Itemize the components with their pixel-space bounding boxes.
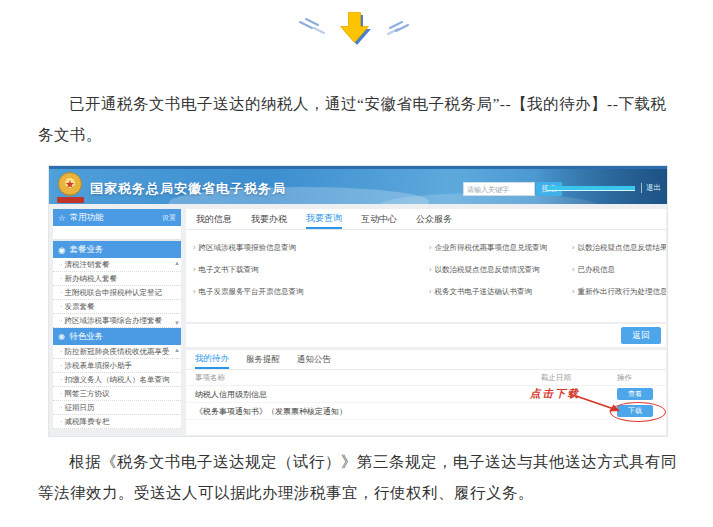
- sidebar-spacer: [53, 226, 181, 241]
- todo-item-name: 纳税人信用级别信息: [195, 389, 541, 400]
- click-download-annotation: 点击下载: [530, 387, 580, 401]
- col-action: 操作: [617, 373, 657, 383]
- sidebar-item[interactable]: ·发票套餐: [53, 300, 181, 314]
- menu-link[interactable]: ›跨区域涉税事项报验信息查询: [193, 237, 429, 259]
- legal-paragraph: 根据《税务文书电子送达规定（试行）》第三条规定，电子送达与其他送达方式具有同等法…: [38, 446, 677, 508]
- scrollbar-up-icon[interactable]: ▲: [174, 347, 180, 353]
- menu-link[interactable]: ›以数治税疑点信息反馈结果查询: [572, 237, 666, 259]
- red-circle-highlight: [610, 402, 666, 422]
- view-button[interactable]: 查看: [617, 388, 653, 400]
- todo-panel: 我的待办 服务提醒 通知公告 事项名称 截止日期 操作 纳税人信用级别信息 查看…: [186, 350, 666, 435]
- col-deadline: 截止日期: [541, 373, 617, 383]
- star-icon: ☆: [58, 213, 66, 223]
- sidebar-item[interactable]: ·清税注销套餐: [53, 258, 181, 272]
- tab-do-tax[interactable]: 我要办税: [251, 209, 287, 229]
- national-emblem-icon: ★: [58, 172, 82, 196]
- sidebar-section-featured[interactable]: ❋ 特色业务: [53, 328, 181, 345]
- section-divider: [0, 6, 713, 52]
- nav-tabs: 我的信息 我要办税 我要查询 互动中心 公众服务: [186, 209, 666, 230]
- sidebar-item[interactable]: ·新办纳税人套餐: [53, 272, 181, 286]
- main-area: 我的信息 我要办税 我要查询 互动中心 公众服务 ›跨区域涉税事项报验信息查询 …: [186, 209, 666, 435]
- col-item-name: 事项名称: [195, 373, 541, 383]
- search-input[interactable]: 请输入关键字: [463, 182, 535, 196]
- sidebar-list-packages: ·清税注销套餐 ·新办纳税人套餐 ·主附税联合申报税种认定登记 ·发票套餐 ·跨…: [53, 258, 181, 328]
- site-header: ★ 国家税务总局安徽省电子税务局 请输入关键字 搜索 退出: [49, 166, 667, 204]
- tab-interaction[interactable]: 互动中心: [361, 209, 397, 229]
- sidebar-section-title: 套餐业务: [69, 244, 103, 256]
- tab-notice[interactable]: 通知公告: [297, 350, 331, 369]
- sidebar-section-packages[interactable]: ◉ 套餐业务: [53, 241, 181, 258]
- site-title: 国家税务总局安徽省电子税务局: [90, 180, 286, 198]
- todo-table-header: 事项名称 截止日期 操作: [186, 370, 666, 386]
- sidebar-item[interactable]: ·征期日历: [53, 401, 181, 415]
- sidebar-list-featured: ·防控新冠肺炎疫情税收优惠享受 ·涉税表单填报小助手 ·扣缴义务人（纳税人）名单…: [53, 345, 181, 429]
- tab-query[interactable]: 我要查询: [306, 209, 342, 229]
- section-icon: ❋: [58, 332, 65, 342]
- sidebar-favorites-label: 常用功能: [70, 212, 104, 224]
- settings-link[interactable]: 设置: [162, 213, 176, 223]
- toolbar-strip: 返回: [186, 324, 666, 347]
- todo-item-name: 《税务事项通知书》（发票票种核定通知）: [195, 406, 541, 417]
- todo-tabs: 我的待办 服务提醒 通知公告: [186, 350, 666, 370]
- menu-link[interactable]: ›重新作出行政行为处理信息: [572, 281, 666, 303]
- sidebar-item[interactable]: ·涉税表单填报小助手: [53, 359, 181, 373]
- scrollbar-down-icon[interactable]: ▼: [174, 320, 180, 326]
- tab-my-todo[interactable]: 我的待办: [195, 350, 229, 369]
- sidebar-item[interactable]: ·网签三方协议: [53, 387, 181, 401]
- sidebar-item[interactable]: ·跨区域涉税事项综合办理套餐: [53, 314, 181, 328]
- sidebar-item[interactable]: ·减税降费专栏: [53, 415, 181, 429]
- menu-link[interactable]: ›电子发票服务平台开票信息查询: [193, 281, 429, 303]
- username-redacted-bar: [547, 186, 635, 191]
- menu-link[interactable]: ›已办税信息: [572, 259, 666, 281]
- sidebar: ☆ 常用功能 设置 ◉ 套餐业务 ·清税注销套餐 ·新办纳税人套餐 ·主附税联合…: [53, 209, 181, 429]
- query-menu-panel: 我的信息 我要办税 我要查询 互动中心 公众服务 ›跨区域涉税事项报验信息查询 …: [186, 209, 666, 322]
- tax-ribbon-icon: [57, 197, 84, 203]
- tab-my-info[interactable]: 我的信息: [196, 209, 232, 229]
- tab-service-reminder[interactable]: 服务提醒: [246, 350, 280, 369]
- menu-link[interactable]: ›税务文书电子送达确认书查询: [429, 281, 572, 303]
- menu-link-doc-download[interactable]: ›电子文书下载查询: [193, 259, 429, 281]
- etax-screenshot: ★ 国家税务总局安徽省电子税务局 请输入关键字 搜索 退出 ☆ 常用功能 设置 …: [48, 165, 668, 437]
- sidebar-item[interactable]: ·扣缴义务人（纳税人）名单查询: [53, 373, 181, 387]
- scrollbar-up-icon[interactable]: ▲: [174, 260, 180, 266]
- logout-link[interactable]: 退出: [641, 183, 661, 193]
- menu-link[interactable]: ›以数治税疑点信息反馈情况查询: [429, 259, 572, 281]
- intro-paragraph: 已开通税务文书电子送达的纳税人，通过“安徽省电子税务局”--【我的待办】--下载…: [38, 88, 677, 150]
- down-arrow-icon: [282, 6, 432, 50]
- menu-link[interactable]: ›企业所得税优惠事项信息兑现查询: [429, 237, 572, 259]
- query-menu-grid: ›跨区域涉税事项报验信息查询 ›电子文书下载查询 ›电子发票服务平台开票信息查询…: [186, 230, 666, 303]
- sidebar-item[interactable]: ·防控新冠肺炎疫情税收优惠享受: [53, 345, 181, 359]
- sidebar-section-title: 特色业务: [69, 331, 103, 343]
- section-icon: ◉: [58, 245, 65, 255]
- tab-public-service[interactable]: 公众服务: [416, 209, 452, 229]
- sidebar-favorites-bar[interactable]: ☆ 常用功能 设置: [53, 209, 181, 226]
- return-button[interactable]: 返回: [621, 327, 661, 344]
- sidebar-item[interactable]: ·主附税联合申报税种认定登记: [53, 286, 181, 300]
